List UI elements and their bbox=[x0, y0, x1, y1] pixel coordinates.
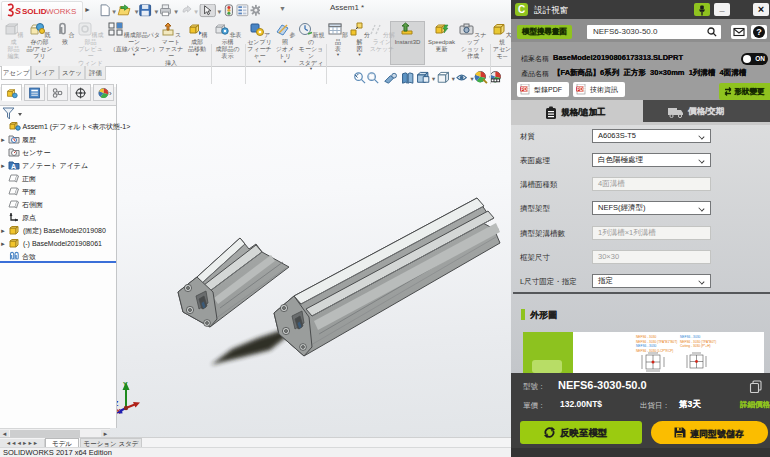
svg-text:PDF: PDF bbox=[521, 87, 530, 92]
svg-text:Y: Y bbox=[123, 381, 128, 388]
svg-text:NEFS6 - 3030 (TPA*B1*B0T): NEFS6 - 3030 (TPA*B1*B0T) bbox=[636, 340, 677, 344]
svg-text:S: S bbox=[15, 6, 21, 16]
svg-text:▼: ▼ bbox=[153, 8, 159, 15]
svg-text:NEFS6 - 3030: NEFS6 - 3030 bbox=[636, 344, 656, 348]
svg-text:SOLID: SOLID bbox=[22, 7, 47, 16]
svg-text:PDF: PDF bbox=[577, 87, 586, 92]
svg-text:▼: ▼ bbox=[111, 8, 117, 15]
svg-text:▼: ▼ bbox=[193, 8, 199, 15]
svg-text:▼: ▼ bbox=[173, 8, 179, 15]
svg-text:▼: ▼ bbox=[134, 8, 140, 15]
svg-text:NEFS6 - 3030 (LCP*RCP): NEFS6 - 3030 (LCP*RCP) bbox=[636, 349, 673, 353]
svg-text:Cutting - 3030 (P*+H): Cutting - 3030 (P*+H) bbox=[680, 344, 711, 348]
svg-text:NEFS6 - 3030: NEFS6 - 3030 bbox=[636, 335, 656, 339]
svg-text:NEFS6 - 3030 (TPA*B0T): NEFS6 - 3030 (TPA*B0T) bbox=[680, 340, 716, 344]
svg-text:WORKS: WORKS bbox=[46, 7, 76, 16]
svg-text:NEFS6 - 3030: NEFS6 - 3030 bbox=[680, 335, 700, 339]
svg-text:A: A bbox=[11, 163, 16, 170]
svg-text:▼: ▼ bbox=[216, 8, 222, 15]
